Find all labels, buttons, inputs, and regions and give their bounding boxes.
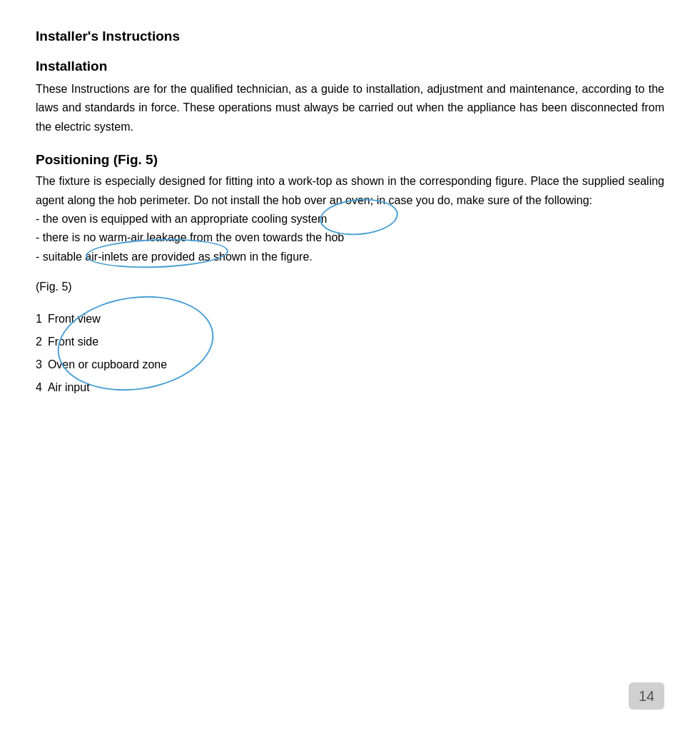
fig-label: (Fig. 5) — [36, 281, 664, 293]
list-number-4: 4 — [36, 376, 42, 399]
positioning-text-1: The fixture is especially designed for f… — [36, 175, 664, 206]
installer-instructions-title: Installer's Instructions — [36, 29, 664, 44]
list-item-3: 3 Oven or cupboard zone — [36, 353, 664, 376]
list-label-3: Oven or cupboard zone — [48, 353, 167, 376]
list-number-1: 1 — [36, 308, 42, 331]
list-number-2: 2 — [36, 331, 42, 353]
bullet-1: - the oven is equipped with an appropria… — [36, 213, 327, 225]
list-label-2: Front side — [48, 331, 98, 353]
list-item-2: 2 Front side — [36, 331, 664, 353]
positioning-title: Positioning (Fig. 5) — [36, 152, 664, 168]
page-container: Installer's Instructions Installation Th… — [0, 0, 700, 731]
list-label-4: Air input — [48, 376, 90, 399]
list-number-3: 3 — [36, 353, 42, 376]
positioning-body: The fixture is especially designed for f… — [36, 172, 664, 266]
fig-list: 1 Front view 2 Front side 3 Oven or cupb… — [36, 308, 664, 399]
list-item-1: 1 Front view — [36, 308, 664, 331]
bullet-3: - suitable air-inlets are provided as sh… — [36, 251, 313, 263]
list-label-1: Front view — [48, 308, 101, 331]
bullet-2: - there is no warm-air leakage from the … — [36, 231, 344, 243]
positioning-section: Positioning (Fig. 5) The fixture is espe… — [36, 152, 664, 266]
installation-body: These Instructions are for the qualified… — [36, 80, 664, 136]
page-number: 14 — [629, 682, 664, 710]
installation-title: Installation — [36, 59, 664, 74]
list-item-4: 4 Air input — [36, 376, 664, 399]
